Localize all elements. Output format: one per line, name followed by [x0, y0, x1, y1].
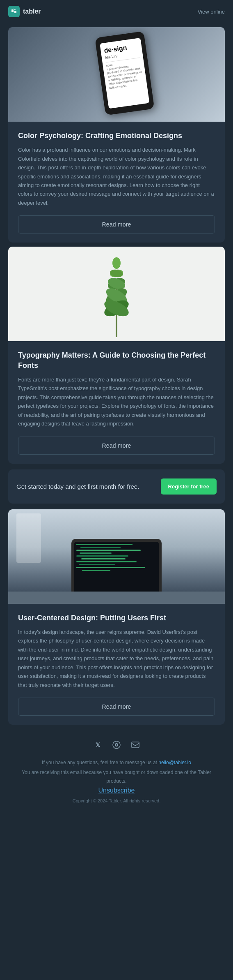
email-footer: 𝕏 If you have any questions, feel free t…: [8, 729, 225, 813]
article-2-body: Fonts are more than just text; they're a…: [18, 375, 215, 428]
svg-point-9: [112, 257, 121, 269]
unsubscribe-link[interactable]: Unsubscribe: [16, 787, 217, 794]
article-card-2: Typography Matters: A Guide to Choosing …: [8, 247, 225, 463]
footer-contact-prefix: If you have any questions, feel free to …: [42, 760, 157, 765]
twitter-icon[interactable]: 𝕏: [91, 739, 104, 751]
screen-definition: nouna plan or drawing produced to show t…: [106, 59, 144, 90]
email-header: tabler View online: [0, 0, 233, 23]
reddit-icon[interactable]: [110, 739, 123, 751]
article-card-1: de·sign /da·'zin/ nouna plan or drawing …: [8, 27, 225, 243]
logo-text: tabler: [23, 8, 41, 15]
article-1-content: Color Psychology: Crafting Emotional Des…: [8, 122, 225, 243]
phone-screen: de·sign /da·'zin/ nouna plan or drawing …: [100, 38, 149, 109]
article-3-content: User-Centered Design: Putting Users Firs…: [8, 604, 225, 725]
article-3-image: [8, 509, 225, 604]
article-1-body: Color has a profound influence on our em…: [18, 146, 215, 207]
article-card-3: User-Centered Design: Putting Users Firs…: [8, 509, 225, 725]
cta-banner: Get started today and get first month fo…: [8, 469, 225, 504]
cta-text: Get started today and get first month fo…: [16, 482, 155, 491]
svg-point-12: [116, 744, 117, 746]
article-2-content: Typography Matters: A Guide to Choosing …: [8, 341, 225, 463]
copyright-text: Copyright © 2024 Tabler. All rights rese…: [16, 798, 217, 803]
article-2-title: Typography Matters: A Guide to Choosing …: [18, 350, 215, 370]
email-wrapper: tabler View online de·sign /da·'zin/ nou…: [0, 0, 233, 813]
article-3-body: In today's design landscape, the user re…: [18, 628, 215, 689]
footer-contact-text: If you have any questions, feel free to …: [16, 758, 217, 767]
article-1-title: Color Psychology: Crafting Emotional Des…: [18, 131, 215, 141]
footer-disclaimer: You are receiving this email because you…: [16, 768, 217, 785]
article-2-read-more-button[interactable]: Read more: [18, 437, 215, 455]
footer-social-icons: 𝕏: [16, 739, 217, 751]
footer-email-link[interactable]: hello@tabler.io: [158, 760, 191, 765]
article-1-image: de·sign /da·'zin/ nouna plan or drawing …: [8, 27, 225, 122]
phone-mockup: de·sign /da·'zin/ nouna plan or drawing …: [95, 31, 154, 116]
view-online-link[interactable]: View online: [198, 9, 225, 15]
svg-rect-13: [132, 742, 139, 748]
article-2-image: [8, 247, 225, 341]
logo-area: tabler: [8, 6, 41, 17]
plant-svg: [92, 251, 141, 337]
mail-icon[interactable]: [129, 739, 142, 751]
article-3-read-more-button[interactable]: Read more: [18, 698, 215, 716]
article-1-read-more-button[interactable]: Read more: [18, 215, 215, 233]
article-3-title: User-Centered Design: Putting Users Firs…: [18, 613, 215, 623]
tabler-logo-icon: [8, 6, 20, 17]
register-free-button[interactable]: Register for free: [161, 478, 217, 495]
svg-point-8: [110, 269, 124, 278]
